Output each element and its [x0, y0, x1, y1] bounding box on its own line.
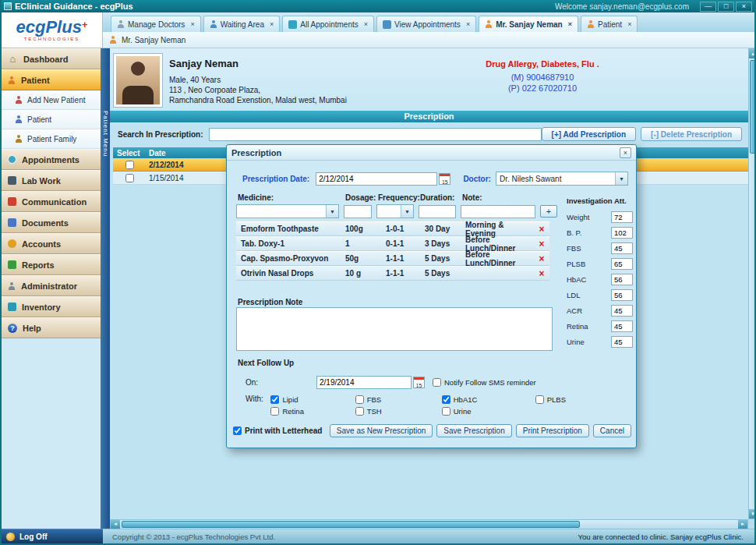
retina-checkbox[interactable]	[270, 407, 279, 416]
save-prescription-button[interactable]: Save Prescription	[436, 424, 511, 437]
hba1c-option[interactable]: HbA1C	[442, 395, 535, 405]
fbs-checkbox[interactable]	[355, 395, 364, 404]
urine-option[interactable]: Urine	[442, 406, 535, 416]
lipid-option[interactable]: Lipid	[270, 395, 355, 405]
tab-close-icon[interactable]: ×	[466, 20, 470, 28]
investigation-input[interactable]: 45	[611, 336, 633, 348]
letterhead-checkbox[interactable]	[233, 426, 242, 435]
followup-date-input[interactable]: 2/19/2014	[316, 376, 412, 389]
investigation-input[interactable]: 56	[611, 274, 633, 285]
prescription-date-input[interactable]: 2/12/2014	[316, 172, 437, 186]
add-prescription-button[interactable]: [+] Add Prescription	[542, 127, 636, 141]
tsh-option[interactable]: TSH	[355, 406, 442, 416]
scroll-left-icon[interactable]: ◄	[111, 520, 120, 529]
fbs-option[interactable]: FBS	[355, 395, 442, 405]
investigation-input[interactable]: 65	[611, 258, 633, 270]
investigation-input[interactable]: 72	[611, 211, 633, 223]
delete-medicine-icon[interactable]: ×	[534, 239, 549, 249]
sidebar-item-documents[interactable]: Documents	[2, 212, 101, 233]
tab-close-icon[interactable]: ×	[568, 20, 572, 28]
tab-waiting-area[interactable]: Waiting Area ×	[203, 16, 281, 32]
cancel-button[interactable]: Cancel	[593, 424, 631, 437]
tab-close-icon[interactable]: ×	[627, 20, 631, 28]
hba1c-checkbox[interactable]	[442, 395, 450, 404]
dialog-close-icon[interactable]: ×	[620, 147, 631, 158]
patient-mobile[interactable]: (M) 9004687910	[445, 73, 640, 82]
investigation-input[interactable]: 45	[611, 305, 633, 317]
sidebar-item-accounts[interactable]: Accounts	[2, 233, 101, 254]
add-medicine-button[interactable]: +	[540, 205, 557, 218]
frequency-dropdown[interactable]: ▼	[376, 204, 414, 218]
save-as-new-prescription-button[interactable]: Save as New Prescription	[330, 424, 433, 437]
sidebar-item-patient-family[interactable]: Patient Family	[2, 129, 101, 149]
sidebar-item-inventory[interactable]: Inventory	[2, 296, 101, 317]
plbs-option[interactable]: PLBS	[535, 395, 566, 405]
letterhead-option[interactable]: Print with Letterhead	[233, 426, 322, 436]
print-prescription-button[interactable]: Print Prescription	[516, 424, 589, 437]
chevron-down-icon[interactable]: ▼	[615, 172, 627, 185]
patient-name: Sanjay Neman	[169, 58, 347, 69]
retina-option[interactable]: Retina	[270, 406, 355, 416]
logoff-button[interactable]: Log Off	[2, 529, 103, 543]
sidebar-item-lab-work[interactable]: Lab Work	[2, 170, 101, 191]
calendar-icon[interactable]: 15	[413, 377, 425, 388]
sidebar-item-reports[interactable]: Reports	[2, 254, 101, 275]
close-button[interactable]: ×	[736, 2, 752, 12]
tab-all-appointments[interactable]: All Appointments ×	[282, 16, 374, 32]
prescription-select-checkbox[interactable]	[125, 174, 134, 182]
scroll-down-icon[interactable]: ▼	[749, 509, 756, 518]
sidebar-item-appointments[interactable]: Appointments	[2, 149, 101, 170]
sidebar-item-label: Dashboard	[23, 55, 68, 64]
delete-prescription-button[interactable]: [-] Delete Prescription	[641, 127, 742, 141]
tab-close-icon[interactable]: ×	[190, 20, 194, 28]
sidebar-item-add-new-patient[interactable]: Add New Patient	[2, 90, 101, 110]
search-input[interactable]	[209, 128, 541, 141]
calendar-icon[interactable]: 15	[439, 173, 450, 185]
chevron-down-icon[interactable]: ▼	[401, 205, 413, 218]
prescription-select-checkbox[interactable]	[125, 161, 134, 169]
duration-input[interactable]	[419, 205, 456, 218]
tsh-checkbox[interactable]	[355, 407, 364, 416]
chevron-down-icon[interactable]: ▼	[326, 205, 338, 218]
scrollbar-thumb[interactable]	[122, 521, 580, 528]
sidebar-item-patient[interactable]: Patient	[2, 69, 101, 90]
scroll-right-icon[interactable]: ►	[738, 520, 747, 529]
prescription-note-textarea[interactable]	[236, 307, 553, 351]
doctor-dropdown[interactable]: Dr. Nilesh Sawant ▼	[496, 172, 628, 186]
maximize-button[interactable]: □	[718, 2, 734, 12]
sidebar-item-help[interactable]: ? Help	[2, 317, 101, 338]
scroll-up-icon[interactable]: ▲	[749, 49, 756, 58]
minimize-button[interactable]: —	[700, 2, 716, 12]
sidebar-item-dashboard[interactable]: ⌂ Dashboard	[2, 48, 101, 69]
sms-reminder-option[interactable]: Notify Follow SMS reminder	[433, 377, 536, 388]
tab-view-appointments[interactable]: View Appointments ×	[376, 16, 476, 32]
sidebar-item-patient-sub[interactable]: Patient	[2, 110, 101, 129]
tab-close-icon[interactable]: ×	[364, 20, 368, 28]
sidebar-item-label: Administrator	[21, 281, 77, 291]
plbs-checkbox[interactable]	[535, 395, 544, 404]
note-input[interactable]	[461, 205, 535, 218]
investigation-input[interactable]: 102	[611, 227, 633, 239]
patient-phone[interactable]: (P) 022 67020710	[445, 83, 640, 93]
sidebar-item-communication[interactable]: Communication	[2, 191, 101, 212]
delete-medicine-icon[interactable]: ×	[534, 224, 549, 235]
dosage-input[interactable]	[344, 205, 372, 218]
tab-close-icon[interactable]: ×	[270, 20, 274, 28]
delete-medicine-icon[interactable]: ×	[534, 268, 549, 279]
tab-sanjay-neman[interactable]: Mr. Sanjay Neman ×	[479, 16, 578, 32]
tab-manage-doctors[interactable]: Manage Doctors ×	[111, 16, 201, 32]
scrollbar-thumb[interactable]	[750, 60, 756, 154]
app-window: EClinical Guidance - ecgPlus Welcome san…	[0, 0, 756, 545]
sms-reminder-checkbox[interactable]	[433, 378, 441, 387]
tab-patient[interactable]: Patient ×	[581, 16, 638, 32]
sidebar-item-administrator[interactable]: Administrator	[2, 275, 101, 296]
patient-menu-strip[interactable]: Patient Menu	[101, 48, 110, 529]
investigation-input[interactable]: 56	[611, 289, 633, 301]
delete-medicine-icon[interactable]: ×	[534, 253, 549, 264]
investigation-input[interactable]: 45	[611, 320, 633, 332]
urine-checkbox[interactable]	[442, 407, 450, 416]
lipid-checkbox[interactable]	[270, 395, 279, 404]
medicine-dropdown[interactable]: ▼	[236, 204, 339, 218]
investigation-input[interactable]: 45	[611, 242, 633, 254]
vertical-scrollbar[interactable]: ▲ ▼	[748, 48, 756, 519]
